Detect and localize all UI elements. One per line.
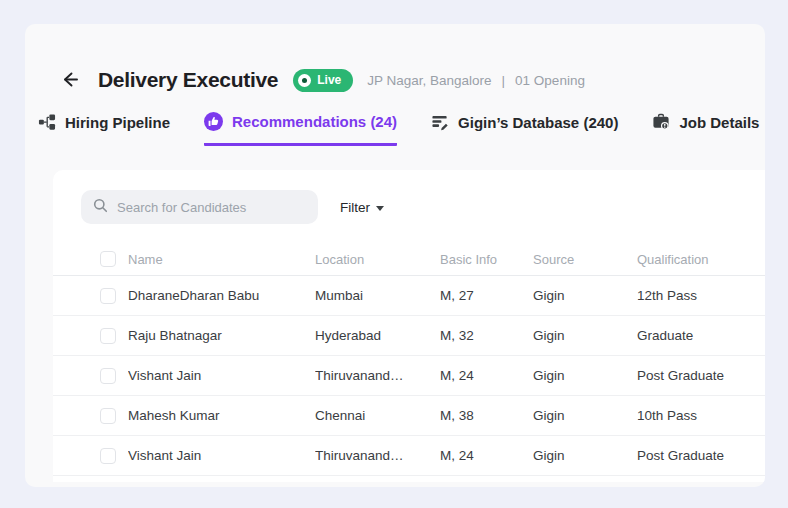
search-input[interactable] [117, 200, 306, 215]
cell-basic-info: M, 24 [440, 368, 533, 383]
cell-basic-info: M, 38 [440, 408, 533, 423]
tab-recommendations[interactable]: Recommendations (24) [204, 112, 397, 146]
status-badge: Live [293, 69, 353, 92]
table-header-row: Name Location Basic Info Source Qualific… [53, 243, 765, 276]
meta-separator: | [502, 73, 506, 88]
tab-label: Job Details [679, 114, 759, 131]
filter-button[interactable]: Filter [340, 200, 384, 215]
pipeline-icon [38, 113, 56, 131]
cell-name: Mahesh Kumar [128, 408, 315, 423]
cell-source: Gigin [533, 448, 637, 463]
cell-location: Thiruvanand… [315, 368, 440, 383]
column-header-qualification: Qualification [637, 252, 765, 267]
back-button[interactable] [58, 68, 82, 92]
tab-label: Hiring Pipeline [65, 114, 170, 131]
column-header-basic-info: Basic Info [440, 252, 533, 267]
toolbar: Filter [53, 170, 765, 224]
tab-job-details[interactable]: Job Details [652, 113, 759, 146]
cell-location: Chennai [315, 408, 440, 423]
cell-source: Gigin [533, 328, 637, 343]
row-checkbox[interactable] [100, 328, 116, 344]
column-header-source: Source [533, 252, 637, 267]
table-row[interactable]: DharaneDharan Babu Mumbai M, 27 Gigin 12… [53, 276, 765, 316]
table-row[interactable]: Mahesh Kumar Chennai M, 38 Gigin 10th Pa… [53, 396, 765, 436]
cell-basic-info: M, 27 [440, 288, 533, 303]
job-header: Delivery Executive Live JP Nagar, Bangal… [25, 24, 765, 92]
tab-label: Gigin’s Database (240) [458, 114, 618, 131]
column-header-name: Name [128, 252, 315, 267]
tab-bar: Hiring Pipeline Recommendations (24) G [25, 92, 765, 146]
cell-qualification: 10th Pass [637, 408, 765, 423]
cell-qualification: Post Graduate [637, 448, 765, 463]
tab-gigins-database[interactable]: Gigin’s Database (240) [431, 113, 618, 146]
openings-count: 01 Opening [515, 73, 585, 88]
row-checkbox[interactable] [100, 368, 116, 384]
cell-name: Vishant Jain [128, 448, 315, 463]
search-box[interactable] [81, 190, 318, 224]
thumbs-up-icon [204, 112, 223, 131]
cell-name: Vishant Jain [128, 368, 315, 383]
arrow-left-icon [60, 69, 80, 92]
cell-name: Raju Bhatnagar [128, 328, 315, 343]
job-meta: JP Nagar, Bangalore | 01 Opening [367, 73, 585, 88]
cell-location: Mumbai [315, 288, 440, 303]
cell-name: DharaneDharan Babu [128, 288, 315, 303]
candidates-panel: Filter Name Location Basic Info Source Q… [53, 170, 765, 482]
row-checkbox[interactable] [100, 448, 116, 464]
select-all-checkbox[interactable] [100, 251, 116, 267]
cell-source: Gigin [533, 288, 637, 303]
cell-source: Gigin [533, 368, 637, 383]
search-icon [93, 198, 108, 217]
table-row[interactable]: Raju Bhatnagar Hyderabad M, 32 Gigin Gra… [53, 316, 765, 356]
cell-location: Hyderabad [315, 328, 440, 343]
column-header-location: Location [315, 252, 440, 267]
cell-basic-info: M, 32 [440, 328, 533, 343]
database-edit-icon [431, 113, 449, 131]
briefcase-icon [652, 113, 670, 131]
candidates-table: Name Location Basic Info Source Qualific… [53, 243, 765, 476]
filter-label: Filter [340, 200, 370, 215]
cell-basic-info: M, 24 [440, 448, 533, 463]
row-checkbox[interactable] [100, 408, 116, 424]
status-badge-label: Live [317, 73, 341, 87]
page-title: Delivery Executive [98, 68, 278, 92]
tab-hiring-pipeline[interactable]: Hiring Pipeline [38, 113, 170, 146]
job-card: Delivery Executive Live JP Nagar, Bangal… [25, 24, 765, 487]
live-dot-icon [298, 74, 311, 87]
caret-down-icon [376, 206, 384, 211]
cell-qualification: Graduate [637, 328, 765, 343]
table-row[interactable]: Vishant Jain Thiruvanand… M, 24 Gigin Po… [53, 436, 765, 476]
job-location: JP Nagar, Bangalore [367, 73, 491, 88]
row-checkbox[interactable] [100, 288, 116, 304]
table-row[interactable]: Vishant Jain Thiruvanand… M, 24 Gigin Po… [53, 356, 765, 396]
cell-qualification: 12th Pass [637, 288, 765, 303]
tab-label: Recommendations (24) [232, 113, 397, 130]
cell-source: Gigin [533, 408, 637, 423]
cell-qualification: Post Graduate [637, 368, 765, 383]
cell-location: Thiruvanand… [315, 448, 440, 463]
